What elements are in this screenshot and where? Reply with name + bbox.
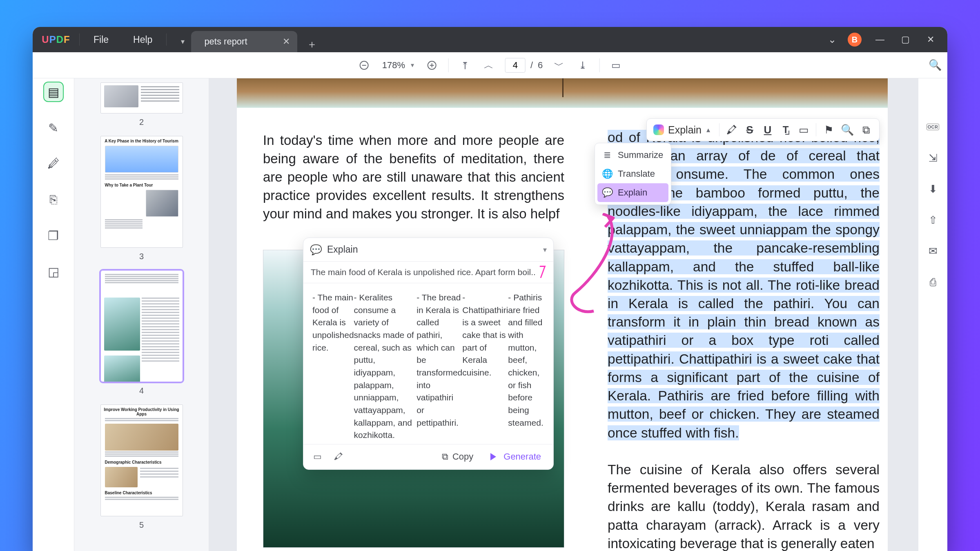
thumbnail-page-5[interactable]: Improve Working Productivity in Using Ap…: [100, 404, 183, 516]
new-tab-button[interactable]: ＋: [304, 36, 320, 52]
underline-icon: U: [764, 124, 772, 136]
zoom-in-button[interactable]: [425, 58, 439, 73]
thumbnail-number: 2: [139, 118, 144, 127]
button-label: Generate: [503, 451, 541, 462]
separator: [816, 123, 816, 136]
ai-menu-explain[interactable]: 💬Explain: [597, 183, 668, 202]
copy-result-button[interactable]: ⧉Copy: [436, 448, 479, 465]
zoom-select[interactable]: 178%▾: [381, 60, 416, 71]
user-avatar[interactable]: B: [848, 33, 862, 47]
thumbnail-page-2[interactable]: [100, 82, 183, 113]
thumbnail-page-3[interactable]: A Key Phase in the History of Tourism Wh…: [100, 136, 183, 248]
next-page-button[interactable]: ﹀: [552, 58, 566, 73]
app-body: ▤ ✎ 🖉 ⎘ ❐ ◲ 2 A Key Phase in the History…: [33, 78, 947, 551]
menu-label: Summarize: [618, 150, 663, 160]
app-logo: UPDF: [42, 33, 69, 47]
ai-sparkle-icon: [653, 124, 664, 135]
chevron-down-icon: ▾: [543, 245, 547, 254]
minus-icon: [360, 61, 369, 70]
crop-tool-button[interactable]: ◲: [44, 262, 63, 281]
play-icon: [490, 453, 496, 460]
ai-menu-translate[interactable]: 🌐Translate: [595, 164, 671, 183]
close-window-button[interactable]: ✕: [924, 34, 938, 45]
highlighter-icon: ✎: [48, 121, 58, 135]
page-total: 6: [538, 60, 543, 71]
last-page-button[interactable]: ⤓: [575, 58, 590, 73]
window-controls: ⌄ B — ▢ ✕: [828, 33, 947, 47]
tab-list-dropdown-icon[interactable]: ▾: [176, 31, 189, 52]
text-style-button[interactable]: T: [777, 122, 795, 138]
translate-icon: 🌐: [602, 169, 612, 179]
copy-selection-button[interactable]: ⧉: [857, 122, 875, 138]
comment-icon: ▭: [799, 124, 809, 136]
page-right-paragraph-2: The cuisine of Kerala also offers severa…: [608, 462, 880, 551]
pages-icon: ⎘: [50, 193, 57, 207]
ocr-button[interactable]: OCR: [925, 119, 941, 135]
highlighter-icon: 🖍: [726, 124, 737, 136]
minimize-button[interactable]: —: [873, 34, 887, 45]
document-viewport[interactable]: In today's time when more and more peopl…: [209, 78, 918, 551]
print-button[interactable]: ⎙: [925, 274, 941, 290]
first-page-button[interactable]: ⤓: [458, 58, 472, 73]
title-bar: UPDF File Help ▾ pets report ✕ ＋ ⌄ B — ▢…: [33, 27, 947, 52]
zoom-out-button[interactable]: [357, 58, 372, 73]
chat-history-button[interactable]: ▭: [310, 448, 325, 465]
page-header-image: [237, 78, 888, 108]
search-button[interactable]: 🔍: [923, 59, 947, 71]
email-button[interactable]: ✉: [925, 243, 941, 259]
strikethrough-button[interactable]: S: [741, 122, 759, 138]
thumbnail-page-4[interactable]: [100, 270, 183, 382]
save-button[interactable]: ⬇: [925, 181, 941, 197]
page-separator: /: [530, 60, 533, 71]
thumbnail-number: 3: [139, 252, 144, 261]
button-label: Copy: [452, 451, 473, 462]
edit-tool-button[interactable]: 🖉: [44, 154, 63, 173]
copy-icon: ⧉: [442, 451, 448, 462]
edit-text-icon: 🖉: [47, 157, 60, 171]
menu-file[interactable]: File: [81, 34, 121, 45]
toolbar: 178%▾ ⤓ ︿ / 6 ﹀ ⤓ ▭ 🔍: [33, 52, 947, 78]
chevron-down-icon[interactable]: ⌄: [828, 34, 836, 45]
crop-icon: ◲: [48, 264, 59, 279]
panel-result-text: - The main food of Kerala is unpolished …: [303, 283, 553, 444]
separator: [719, 123, 719, 136]
ai-menu-summarize[interactable]: ≣Summarize: [595, 146, 671, 164]
chat-icon: ▭: [313, 451, 322, 462]
share-button[interactable]: ⇧: [925, 212, 941, 228]
separator: [79, 33, 80, 46]
presentation-mode-button[interactable]: ▭: [608, 58, 623, 73]
separator: [166, 33, 167, 46]
menu-label: Explain: [618, 187, 647, 198]
page-input[interactable]: [505, 58, 526, 73]
search-in-page-icon: 🔍: [841, 124, 854, 136]
panel-query-text: The main food of Kerala is unpolished ri…: [303, 262, 553, 283]
close-icon[interactable]: ✕: [283, 36, 290, 47]
search-selection-button[interactable]: 🔍: [837, 122, 857, 138]
organize-pages-button[interactable]: ⎘: [44, 190, 63, 209]
comment-button[interactable]: ▭: [795, 122, 813, 138]
ai-label: Explain: [668, 124, 702, 136]
highlight-color-button[interactable]: 🖍: [723, 122, 741, 138]
bookmark-button[interactable]: ⚑: [820, 122, 837, 138]
menu-label: Translate: [618, 169, 655, 179]
thumb-title: Improve Working Productivity in Using Ap…: [101, 405, 183, 417]
document-tab[interactable]: pets report ✕: [191, 31, 297, 52]
highlight-result-button[interactable]: 🖍: [331, 448, 346, 465]
panel-header[interactable]: 💬 Explain ▾: [303, 238, 553, 262]
ai-explain-dropdown[interactable]: Explain ▴: [651, 124, 716, 136]
chat-icon: 💬: [602, 188, 612, 198]
thumb-subtitle: Baseline Characteristics: [101, 488, 183, 496]
cursor-caret-icon: [536, 266, 546, 278]
panel-footer: ▭ 🖍 ⧉Copy Generate: [303, 444, 553, 469]
export-button[interactable]: ⇲: [925, 150, 941, 166]
generate-button[interactable]: Generate: [485, 448, 547, 465]
prev-page-button[interactable]: ︿: [481, 58, 496, 73]
menu-help[interactable]: Help: [121, 34, 165, 45]
maximize-button[interactable]: ▢: [898, 34, 912, 45]
reader-mode-button[interactable]: ▤: [44, 82, 63, 101]
app-window: UPDF File Help ▾ pets report ✕ ＋ ⌄ B — ▢…: [33, 27, 947, 551]
underline-button[interactable]: U: [759, 122, 777, 138]
annotate-tool-button[interactable]: ✎: [44, 118, 63, 137]
page-left-paragraph: In today's time when more and more peopl…: [263, 131, 564, 223]
page-tools-button[interactable]: ❐: [44, 226, 63, 245]
